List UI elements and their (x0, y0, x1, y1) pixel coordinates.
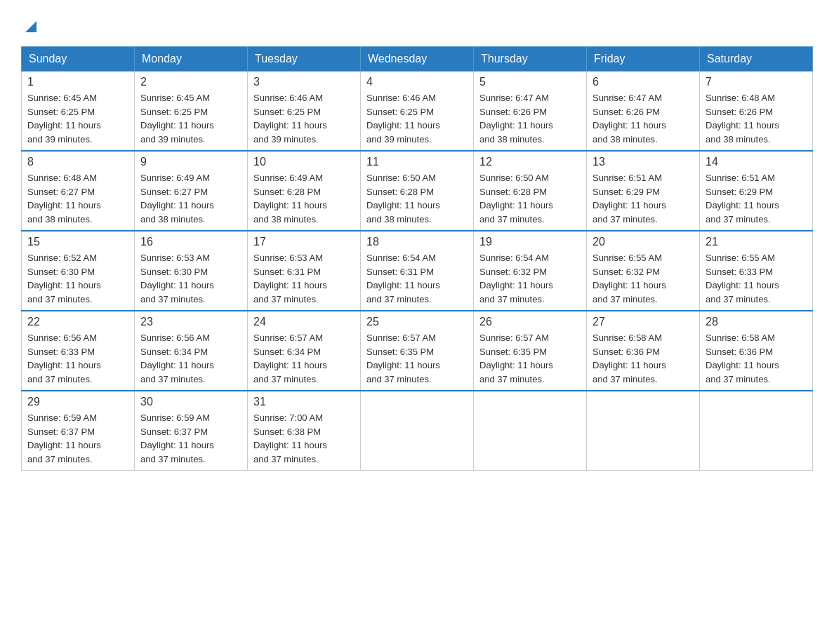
calendar-cell: 22 Sunrise: 6:56 AMSunset: 6:33 PMDaylig… (22, 311, 135, 391)
calendar-cell: 28 Sunrise: 6:58 AMSunset: 6:36 PMDaylig… (700, 311, 813, 391)
week-row-2: 8 Sunrise: 6:48 AMSunset: 6:27 PMDayligh… (22, 151, 813, 231)
day-number: 6 (593, 76, 694, 88)
day-header-thursday: Thursday (474, 47, 587, 72)
calendar-cell: 11 Sunrise: 6:50 AMSunset: 6:28 PMDaylig… (361, 151, 474, 231)
day-info: Sunrise: 6:55 AMSunset: 6:32 PMDaylight:… (593, 251, 694, 306)
day-info: Sunrise: 6:58 AMSunset: 6:36 PMDaylight:… (593, 331, 694, 386)
calendar-cell: 5 Sunrise: 6:47 AMSunset: 6:26 PMDayligh… (474, 72, 587, 152)
calendar-cell: 20 Sunrise: 6:55 AMSunset: 6:32 PMDaylig… (587, 231, 700, 311)
day-number: 28 (706, 316, 807, 328)
day-number: 18 (366, 236, 468, 248)
week-row-5: 29 Sunrise: 6:59 AMSunset: 6:37 PMDaylig… (22, 391, 813, 471)
calendar-cell: 16 Sunrise: 6:53 AMSunset: 6:30 PMDaylig… (135, 231, 248, 311)
day-number: 27 (593, 316, 694, 328)
day-info: Sunrise: 6:53 AMSunset: 6:30 PMDaylight:… (140, 251, 241, 306)
day-number: 8 (27, 156, 128, 168)
week-row-4: 22 Sunrise: 6:56 AMSunset: 6:33 PMDaylig… (22, 311, 813, 391)
calendar-cell (700, 391, 813, 471)
day-number: 2 (140, 76, 241, 88)
day-info: Sunrise: 6:46 AMSunset: 6:25 PMDaylight:… (253, 91, 355, 146)
day-number: 12 (479, 156, 581, 168)
day-info: Sunrise: 6:47 AMSunset: 6:26 PMDaylight:… (479, 91, 581, 146)
calendar-cell: 1 Sunrise: 6:45 AMSunset: 6:25 PMDayligh… (22, 72, 135, 152)
calendar-cell (361, 391, 474, 471)
calendar-cell: 3 Sunrise: 6:46 AMSunset: 6:25 PMDayligh… (248, 72, 361, 152)
day-number: 15 (27, 236, 128, 248)
day-info: Sunrise: 6:50 AMSunset: 6:28 PMDaylight:… (366, 171, 468, 226)
calendar-cell (474, 391, 587, 471)
day-number: 9 (140, 156, 241, 168)
day-info: Sunrise: 6:48 AMSunset: 6:26 PMDaylight:… (706, 91, 807, 146)
day-header-wednesday: Wednesday (361, 47, 474, 72)
day-info: Sunrise: 6:53 AMSunset: 6:31 PMDaylight:… (253, 251, 355, 306)
week-row-1: 1 Sunrise: 6:45 AMSunset: 6:25 PMDayligh… (22, 72, 813, 152)
day-info: Sunrise: 6:51 AMSunset: 6:29 PMDaylight:… (706, 171, 807, 226)
day-info: Sunrise: 6:56 AMSunset: 6:33 PMDaylight:… (27, 331, 128, 386)
day-info: Sunrise: 6:51 AMSunset: 6:29 PMDaylight:… (593, 171, 694, 226)
day-info: Sunrise: 6:45 AMSunset: 6:25 PMDaylight:… (140, 91, 241, 146)
day-info: Sunrise: 6:49 AMSunset: 6:27 PMDaylight:… (140, 171, 241, 226)
day-number: 14 (706, 156, 807, 168)
day-number: 19 (479, 236, 581, 248)
calendar-cell: 10 Sunrise: 6:49 AMSunset: 6:28 PMDaylig… (248, 151, 361, 231)
day-info: Sunrise: 6:49 AMSunset: 6:28 PMDaylight:… (253, 171, 355, 226)
day-number: 5 (479, 76, 581, 88)
day-info: Sunrise: 6:54 AMSunset: 6:32 PMDaylight:… (479, 251, 581, 306)
calendar-cell: 6 Sunrise: 6:47 AMSunset: 6:26 PMDayligh… (587, 72, 700, 152)
calendar-cell: 29 Sunrise: 6:59 AMSunset: 6:37 PMDaylig… (22, 391, 135, 471)
day-number: 1 (27, 76, 128, 88)
calendar-cell: 14 Sunrise: 6:51 AMSunset: 6:29 PMDaylig… (700, 151, 813, 231)
day-header-friday: Friday (587, 47, 700, 72)
calendar-cell: 21 Sunrise: 6:55 AMSunset: 6:33 PMDaylig… (700, 231, 813, 311)
calendar-cell: 26 Sunrise: 6:57 AMSunset: 6:35 PMDaylig… (474, 311, 587, 391)
day-number: 11 (366, 156, 468, 168)
calendar-cell: 31 Sunrise: 7:00 AMSunset: 6:38 PMDaylig… (248, 391, 361, 471)
day-info: Sunrise: 6:48 AMSunset: 6:27 PMDaylight:… (27, 171, 128, 226)
calendar-cell: 12 Sunrise: 6:50 AMSunset: 6:28 PMDaylig… (474, 151, 587, 231)
calendar-cell: 23 Sunrise: 6:56 AMSunset: 6:34 PMDaylig… (135, 311, 248, 391)
day-number: 26 (479, 316, 581, 328)
calendar-cell: 4 Sunrise: 6:46 AMSunset: 6:25 PMDayligh… (361, 72, 474, 152)
week-row-3: 15 Sunrise: 6:52 AMSunset: 6:30 PMDaylig… (22, 231, 813, 311)
day-number: 30 (140, 396, 241, 408)
calendar-cell (587, 391, 700, 471)
day-info: Sunrise: 6:57 AMSunset: 6:34 PMDaylight:… (253, 331, 355, 386)
day-info: Sunrise: 6:46 AMSunset: 6:25 PMDaylight:… (366, 91, 468, 146)
day-info: Sunrise: 6:55 AMSunset: 6:33 PMDaylight:… (706, 251, 807, 306)
day-info: Sunrise: 6:56 AMSunset: 6:34 PMDaylight:… (140, 331, 241, 386)
calendar-cell: 30 Sunrise: 6:59 AMSunset: 6:37 PMDaylig… (135, 391, 248, 471)
day-number: 31 (253, 396, 355, 408)
calendar-cell: 18 Sunrise: 6:54 AMSunset: 6:31 PMDaylig… (361, 231, 474, 311)
day-number: 13 (593, 156, 694, 168)
day-number: 7 (706, 76, 807, 88)
day-number: 4 (366, 76, 468, 88)
calendar-cell: 8 Sunrise: 6:48 AMSunset: 6:27 PMDayligh… (22, 151, 135, 231)
day-info: Sunrise: 6:45 AMSunset: 6:25 PMDaylight:… (27, 91, 128, 146)
logo (21, 21, 37, 32)
calendar-cell: 17 Sunrise: 6:53 AMSunset: 6:31 PMDaylig… (248, 231, 361, 311)
calendar-cell: 7 Sunrise: 6:48 AMSunset: 6:26 PMDayligh… (700, 72, 813, 152)
day-info: Sunrise: 6:57 AMSunset: 6:35 PMDaylight:… (479, 331, 581, 386)
day-number: 25 (366, 316, 468, 328)
day-info: Sunrise: 6:54 AMSunset: 6:31 PMDaylight:… (366, 251, 468, 306)
calendar-cell: 13 Sunrise: 6:51 AMSunset: 6:29 PMDaylig… (587, 151, 700, 231)
day-number: 10 (253, 156, 355, 168)
calendar-cell: 2 Sunrise: 6:45 AMSunset: 6:25 PMDayligh… (135, 72, 248, 152)
day-header-sunday: Sunday (22, 47, 135, 72)
day-info: Sunrise: 6:57 AMSunset: 6:35 PMDaylight:… (366, 331, 468, 386)
day-info: Sunrise: 7:00 AMSunset: 6:38 PMDaylight:… (253, 411, 355, 466)
calendar-cell: 24 Sunrise: 6:57 AMSunset: 6:34 PMDaylig… (248, 311, 361, 391)
days-header-row: SundayMondayTuesdayWednesdayThursdayFrid… (22, 47, 813, 72)
day-number: 29 (27, 396, 128, 408)
calendar-cell: 27 Sunrise: 6:58 AMSunset: 6:36 PMDaylig… (587, 311, 700, 391)
day-number: 23 (140, 316, 241, 328)
day-number: 16 (140, 236, 241, 248)
calendar-cell: 15 Sunrise: 6:52 AMSunset: 6:30 PMDaylig… (22, 231, 135, 311)
day-number: 3 (253, 76, 355, 88)
day-number: 24 (253, 316, 355, 328)
day-number: 17 (253, 236, 355, 248)
day-info: Sunrise: 6:59 AMSunset: 6:37 PMDaylight:… (140, 411, 241, 466)
day-info: Sunrise: 6:59 AMSunset: 6:37 PMDaylight:… (27, 411, 128, 466)
day-number: 21 (706, 236, 807, 248)
calendar-cell: 9 Sunrise: 6:49 AMSunset: 6:27 PMDayligh… (135, 151, 248, 231)
